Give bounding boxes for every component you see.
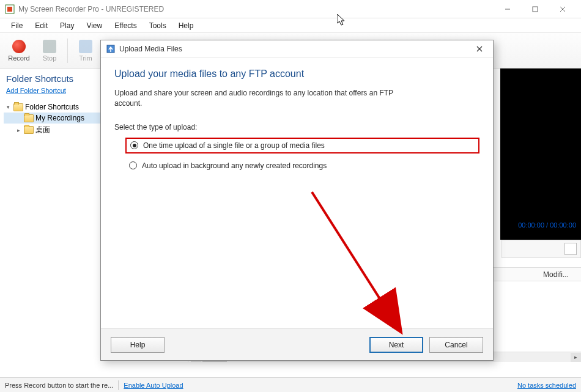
close-button[interactable] — [549, 0, 576, 18]
tree-label: My Recordings — [35, 114, 84, 122]
upload-media-dialog: Upload Media Files Upload your media fil… — [100, 40, 494, 361]
add-folder-shortcut-link[interactable]: Add Folder Shortcut — [0, 87, 72, 99]
video-time: 00:00:00 / 00:00:00 — [518, 221, 576, 229]
dialog-title: Upload Media Files — [119, 45, 471, 53]
status-bar: Press Record button to start the re... E… — [0, 377, 581, 392]
tree-label: 桌面 — [35, 125, 50, 135]
toolbar-separator — [67, 39, 68, 63]
dialog-heading: Upload your media files to any FTP accou… — [114, 68, 479, 80]
radio-icon[interactable] — [129, 161, 137, 169]
menu-file[interactable]: File — [5, 20, 29, 32]
radio-one-time-upload[interactable]: One time upload of a single file or a gr… — [125, 138, 479, 153]
scroll-right-arrow[interactable]: ▸ — [571, 353, 581, 362]
help-button[interactable]: Help — [111, 337, 165, 353]
menu-effects[interactable]: Effects — [108, 20, 142, 32]
no-tasks-link[interactable]: No tasks scheduled — [517, 382, 576, 389]
expand-icon[interactable]: ▸ — [15, 127, 22, 133]
annotation-arrow — [306, 186, 428, 345]
dialog-icon — [106, 44, 116, 54]
tree-label: Folder Shortcuts — [25, 103, 79, 111]
dialog-description: Upload and share your screen and audio r… — [114, 88, 420, 109]
upload-type-radio-group: One time upload of a single file or a gr… — [125, 138, 479, 173]
next-button[interactable]: Next — [369, 337, 423, 353]
maximize-button[interactable] — [521, 0, 549, 18]
status-hint: Press Record button to start the re... — [5, 382, 113, 389]
svg-rect-1 — [7, 7, 12, 12]
svg-line-10 — [312, 192, 398, 327]
window-controls — [494, 0, 576, 18]
menu-bar: File Edit Play View Effects Tools Help — [0, 18, 581, 33]
dialog-close-button[interactable] — [471, 43, 488, 55]
select-type-label: Select the type of upload: — [114, 123, 479, 131]
trim-icon — [79, 40, 92, 53]
record-button[interactable]: Record — [4, 34, 34, 67]
stop-button[interactable]: Stop — [34, 34, 65, 67]
dialog-titlebar: Upload Media Files — [101, 40, 493, 57]
column-modified[interactable]: Modifi... — [543, 270, 569, 279]
window-title: My Screen Recorder Pro - UNREGISTERED — [18, 5, 494, 13]
trim-button[interactable]: Trim — [70, 34, 101, 67]
app-icon — [5, 4, 15, 14]
folder-icon — [24, 114, 34, 122]
svg-rect-3 — [533, 7, 538, 12]
menu-tools[interactable]: Tools — [143, 20, 172, 32]
folder-icon — [24, 126, 34, 134]
close-icon — [476, 46, 483, 52]
menu-view[interactable]: View — [80, 20, 108, 32]
video-preview — [500, 68, 581, 240]
menu-play[interactable]: Play — [54, 20, 80, 32]
folder-icon — [13, 103, 23, 111]
dialog-footer: Help Next Cancel — [101, 328, 493, 360]
video-controls — [501, 240, 581, 258]
cancel-button[interactable]: Cancel — [429, 337, 483, 353]
minimize-button[interactable] — [494, 0, 521, 18]
enable-auto-upload-link[interactable]: Enable Auto Upload — [124, 382, 183, 389]
collapse-icon[interactable]: ▾ — [5, 104, 12, 111]
radio-auto-upload[interactable]: Auto upload in background any newly crea… — [125, 158, 479, 173]
menu-help[interactable]: Help — [172, 20, 200, 32]
video-control-button[interactable] — [564, 243, 577, 255]
main-titlebar: My Screen Recorder Pro - UNREGISTERED — [0, 0, 581, 18]
dialog-body: Upload your media files to any FTP accou… — [101, 57, 493, 328]
radio-icon[interactable] — [130, 141, 138, 149]
record-icon — [12, 40, 26, 53]
menu-edit[interactable]: Edit — [29, 20, 54, 32]
stop-icon — [43, 40, 56, 53]
